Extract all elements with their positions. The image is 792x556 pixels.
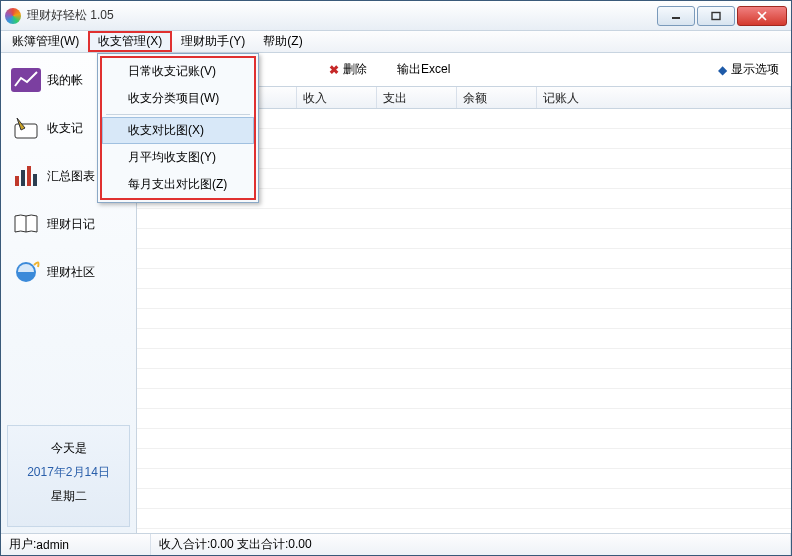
minimize-button[interactable] <box>657 6 695 26</box>
titlebar: 理财好轻松 1.05 <box>1 1 791 31</box>
svg-rect-1 <box>712 12 720 19</box>
menubar: 账簿管理(W) 收支管理(X) 理财助手(Y) 帮助(Z) 日常收支记账(V) … <box>1 31 791 53</box>
menu-monthly-expense-compare[interactable]: 每月支出对比图(Z) <box>102 171 254 198</box>
ie-icon <box>11 259 41 285</box>
sidebar-item-label: 我的帐 <box>47 72 83 89</box>
maximize-button[interactable] <box>697 6 735 26</box>
pen-note-icon <box>11 115 41 141</box>
col-recorder[interactable]: 记账人 <box>537 87 791 108</box>
menu-compare-chart[interactable]: 收支对比图(X) <box>102 117 254 144</box>
svg-rect-7 <box>21 170 25 186</box>
diamond-icon: ◆ <box>718 63 727 77</box>
col-income[interactable]: 收入 <box>297 87 377 108</box>
show-options-label: 显示选项 <box>731 61 779 78</box>
delete-label: 删除 <box>343 61 367 78</box>
app-window: 理财好轻松 1.05 账簿管理(W) 收支管理(X) 理财助手(Y) 帮助(Z)… <box>0 0 792 556</box>
menu-category-items[interactable]: 收支分类项目(W) <box>102 85 254 112</box>
menu-ledger[interactable]: 账簿管理(W) <box>3 31 88 52</box>
delete-x-icon: ✖ <box>329 63 339 77</box>
chart-line-icon <box>11 67 41 93</box>
delete-button[interactable]: ✖ 删除 <box>329 61 367 78</box>
sidebar-item-label: 汇总图表 <box>47 168 95 185</box>
sidebar-item-label: 理财日记 <box>47 216 95 233</box>
dropdown-income-expense: 日常收支记账(V) 收支分类项目(W) 收支对比图(X) 月平均收支图(Y) 每… <box>97 53 259 203</box>
status-summary: 收入合计:0.00 支出合计:0.00 <box>151 534 791 555</box>
show-options-button[interactable]: ◆ 显示选项 <box>718 61 779 78</box>
svg-rect-8 <box>27 166 31 186</box>
close-button[interactable] <box>737 6 787 26</box>
today-weekday: 星期二 <box>12 484 125 508</box>
book-icon <box>11 211 41 237</box>
bar-chart-icon <box>11 163 41 189</box>
sidebar-item-label: 理财社区 <box>47 264 95 281</box>
menu-help[interactable]: 帮助(Z) <box>254 31 311 52</box>
today-caption: 今天是 <box>12 436 125 460</box>
menu-daily-ledger[interactable]: 日常收支记账(V) <box>102 58 254 85</box>
menu-income-expense[interactable]: 收支管理(X) <box>88 31 172 52</box>
svg-rect-9 <box>33 174 37 186</box>
status-bar: 用户: admin 收入合计:0.00 支出合计:0.00 <box>1 533 791 555</box>
menu-finance-assistant[interactable]: 理财助手(Y) <box>172 31 254 52</box>
export-excel-button[interactable]: 输出Excel <box>397 61 450 78</box>
today-date: 2017年2月14日 <box>12 460 125 484</box>
export-label: 输出Excel <box>397 61 450 78</box>
today-panel: 今天是 2017年2月14日 星期二 <box>7 425 130 527</box>
svg-rect-6 <box>15 176 19 186</box>
svg-rect-5 <box>15 124 37 138</box>
menu-monthly-avg-chart[interactable]: 月平均收支图(Y) <box>102 144 254 171</box>
sidebar-item-diary[interactable]: 理财日记 <box>7 203 130 245</box>
app-icon <box>5 8 21 24</box>
sidebar-item-label: 收支记 <box>47 120 83 137</box>
sidebar-item-community[interactable]: 理财社区 <box>7 251 130 293</box>
col-balance[interactable]: 余额 <box>457 87 537 108</box>
window-title: 理财好轻松 1.05 <box>27 7 657 24</box>
menu-separator <box>106 114 250 115</box>
col-expense[interactable]: 支出 <box>377 87 457 108</box>
status-user: 用户: admin <box>1 534 151 555</box>
